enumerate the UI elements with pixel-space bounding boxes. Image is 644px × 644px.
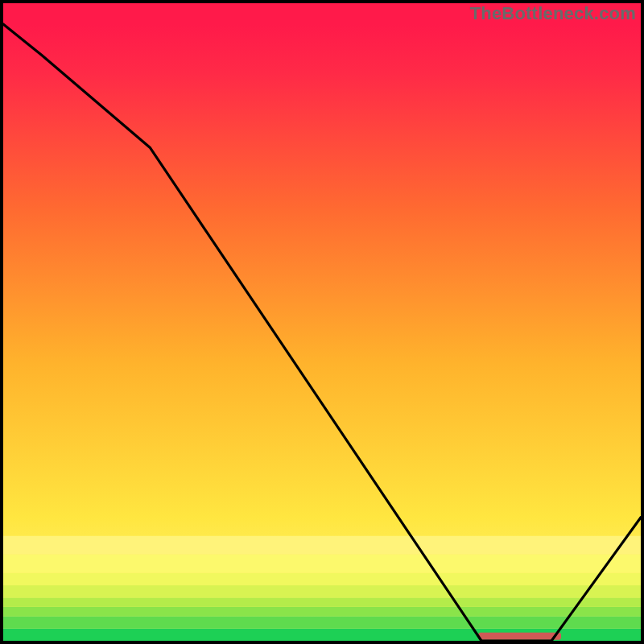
band-7 [3, 536, 641, 555]
watermark-text: TheBottleneck.com [470, 3, 636, 24]
band-2 [3, 607, 641, 616]
optimal-marker [478, 633, 561, 640]
bottleneck-chart: TheBottleneck.com [0, 0, 644, 644]
band-4 [3, 585, 641, 597]
band-1 [3, 616, 641, 628]
band-6 [3, 555, 641, 573]
band-3 [3, 597, 641, 606]
band-5 [3, 573, 641, 585]
chart-svg [0, 0, 644, 644]
